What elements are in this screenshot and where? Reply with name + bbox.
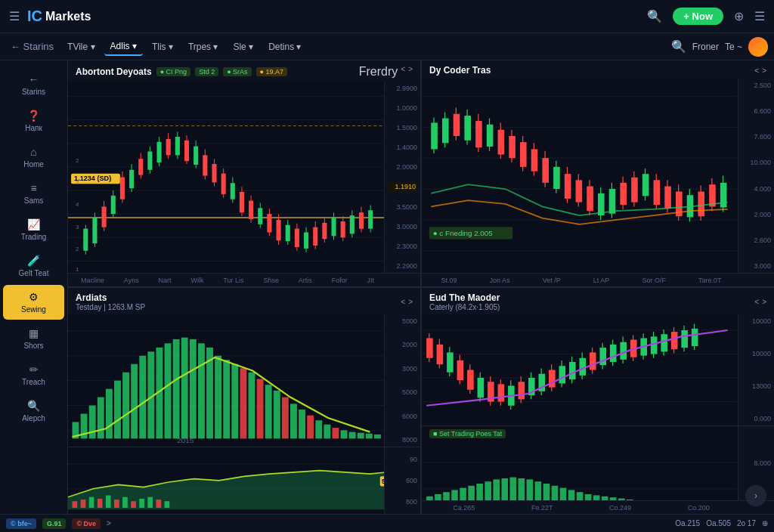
chart-abortont-body: 1.1234 (SD) bbox=[68, 82, 420, 273]
svg-rect-90 bbox=[442, 119, 449, 144]
sec-search-icon[interactable]: 🔍 bbox=[671, 39, 686, 54]
svg-rect-161 bbox=[173, 339, 180, 438]
chart-eud-hist-svg bbox=[422, 441, 774, 500]
svg-rect-160 bbox=[165, 343, 172, 438]
search-icon[interactable]: 🔍 bbox=[647, 9, 662, 23]
nav-trpes[interactable]: Trpes ▾ bbox=[182, 39, 224, 55]
test-icon: 🧪 bbox=[27, 255, 40, 267]
chart-abortont-axis-bottom: MaclineAynsNartWilk Tur LisShseArtisFofo… bbox=[68, 273, 420, 286]
sidebar-item-trading[interactable]: 📈 Trading bbox=[3, 212, 64, 247]
chart-abortont-frerdry: Frerdry bbox=[359, 65, 398, 79]
svg-rect-190 bbox=[73, 502, 78, 509]
svg-rect-104 bbox=[520, 142, 527, 167]
badge-dve: © Dve bbox=[72, 518, 101, 529]
chart-abortont-title: Abortont Deyoats bbox=[76, 66, 152, 77]
prev-btn[interactable]: < bbox=[401, 65, 405, 79]
chart-ardiats-sub-axis: 90 600 800 bbox=[384, 447, 420, 514]
svg-rect-179 bbox=[324, 425, 330, 439]
svg-rect-272 bbox=[493, 479, 500, 500]
svg-rect-164 bbox=[198, 343, 205, 438]
svg-rect-216 bbox=[467, 370, 474, 390]
chart-eud-header: Eud The Maoder Caterly (84.2x·1.905) < > bbox=[422, 288, 774, 314]
nav-sle[interactable]: Sle ▾ bbox=[227, 39, 259, 55]
next-btn[interactable]: > bbox=[408, 65, 413, 79]
chart-eud-candle-svg bbox=[422, 314, 774, 425]
settings-icon[interactable]: ⊕ bbox=[734, 9, 744, 23]
nav-tvile[interactable]: TVile ▾ bbox=[61, 39, 101, 55]
scroll-indicator[interactable]: > bbox=[107, 519, 111, 527]
avatar[interactable] bbox=[748, 37, 768, 57]
svg-rect-153 bbox=[106, 389, 113, 439]
svg-rect-201 bbox=[165, 502, 170, 509]
sec-nav-right: 🔍 Froner Te ~ bbox=[671, 37, 768, 57]
svg-rect-152 bbox=[98, 397, 104, 439]
svg-rect-170 bbox=[249, 373, 255, 439]
bottom-bar: © bfe~ G.91 © Dve > Oa.215 Oa.505 2o 17 … bbox=[0, 514, 774, 532]
filter-label[interactable]: Froner bbox=[692, 42, 719, 52]
svg-rect-173 bbox=[274, 391, 280, 439]
sidebar-label-shors: Shors bbox=[23, 342, 43, 350]
svg-rect-226 bbox=[519, 382, 525, 399]
nav-adlis[interactable]: Adlis ▾ bbox=[104, 38, 143, 56]
svg-rect-195 bbox=[114, 500, 119, 508]
sidebar-item-gelt[interactable]: 🧪 Gelt Teat bbox=[3, 249, 64, 283]
svg-rect-275 bbox=[519, 478, 525, 500]
nav-tlis[interactable]: Tlis ▾ bbox=[146, 39, 179, 55]
svg-rect-176 bbox=[299, 410, 305, 438]
svg-rect-175 bbox=[290, 404, 297, 438]
next-btn4[interactable]: > bbox=[762, 298, 766, 306]
sec-nav: ← Starins TVile ▾ Adlis ▾ Tlis ▾ Trpes ▾… bbox=[0, 33, 774, 60]
svg-rect-102 bbox=[509, 136, 515, 158]
top-nav-icons: 🔍 + Now ⊕ ☰ bbox=[647, 8, 765, 25]
prev-btn2[interactable]: < bbox=[754, 66, 759, 75]
svg-rect-157 bbox=[139, 356, 146, 439]
sidebar-label-hapk: Hапк bbox=[25, 124, 42, 132]
badge-bfe: © bfe~ bbox=[6, 518, 36, 529]
hamburger-icon[interactable]: ☰ bbox=[9, 9, 20, 23]
svg-rect-277 bbox=[535, 481, 542, 500]
svg-rect-174 bbox=[282, 397, 289, 439]
back-btn[interactable]: ← Starins bbox=[6, 41, 58, 52]
chart-ardiats-subtitle: Testday | 1263.M SP bbox=[76, 303, 145, 311]
svg-rect-181 bbox=[341, 430, 348, 438]
chart-abortont-nav: Frerdry < > bbox=[359, 65, 413, 79]
sidebar-item-home[interactable]: ⌂ Home bbox=[3, 140, 64, 175]
svg-text:4: 4 bbox=[76, 202, 79, 209]
svg-rect-162 bbox=[181, 338, 188, 439]
btn-now[interactable]: + Now bbox=[673, 8, 723, 25]
svg-rect-96 bbox=[475, 121, 482, 147]
sidebar-item-starins[interactable]: ← Starins bbox=[3, 67, 64, 102]
prev-btn4[interactable]: < bbox=[754, 298, 759, 306]
sidebar-item-alepch[interactable]: 🔍 Alepch bbox=[3, 394, 64, 428]
sidebar-item-hapk[interactable]: ❓ Hапк bbox=[3, 104, 64, 138]
chart-dy-coder-title: Dy Coder Tras bbox=[429, 65, 491, 76]
nav-arrow-right[interactable]: › bbox=[745, 485, 766, 506]
te-label[interactable]: Te ~ bbox=[725, 42, 742, 52]
list-icon: ≡ bbox=[30, 182, 36, 194]
sidebar-label-alepch: Alepch bbox=[22, 414, 45, 422]
next-btn2[interactable]: > bbox=[762, 66, 766, 75]
svg-rect-252 bbox=[651, 336, 658, 354]
chart-dy-coder-axis-bottom: St.09Jon AsVet /P Lt APSor O/FTare.0T bbox=[422, 273, 774, 286]
add-icon[interactable]: ⊕ bbox=[762, 519, 768, 527]
svg-rect-155 bbox=[122, 373, 129, 439]
svg-rect-242 bbox=[599, 348, 606, 365]
sidebar-item-treach[interactable]: ✏ Treach bbox=[3, 357, 64, 392]
settings2-icon: ⚙ bbox=[29, 291, 39, 303]
next-btn3[interactable]: > bbox=[408, 298, 413, 306]
menu-icon[interactable]: ☰ bbox=[754, 9, 765, 23]
home-icon: ⌂ bbox=[30, 146, 36, 158]
logo-text: Markets bbox=[45, 10, 91, 23]
chart-eud: Eud The Maoder Caterly (84.2x·1.905) < > bbox=[422, 288, 774, 514]
content-grid: Abortont Deyoats ● CI Png Std 2 ● SrAs ●… bbox=[68, 60, 774, 514]
prev-btn3[interactable]: < bbox=[401, 298, 405, 306]
magnify-icon: 🔍 bbox=[27, 400, 40, 412]
svg-rect-128 bbox=[654, 180, 661, 205]
svg-rect-284 bbox=[593, 495, 600, 500]
svg-rect-112 bbox=[565, 174, 571, 199]
sidebar-item-shors[interactable]: ▦ Shors bbox=[3, 321, 64, 356]
sidebar-item-sewing[interactable]: ⚙ Sewing bbox=[3, 285, 64, 320]
nav-detins[interactable]: Detins ▾ bbox=[262, 39, 307, 55]
sidebar-item-sams[interactable]: ≡ Sams bbox=[3, 176, 64, 211]
svg-text:7: 7 bbox=[76, 179, 79, 186]
